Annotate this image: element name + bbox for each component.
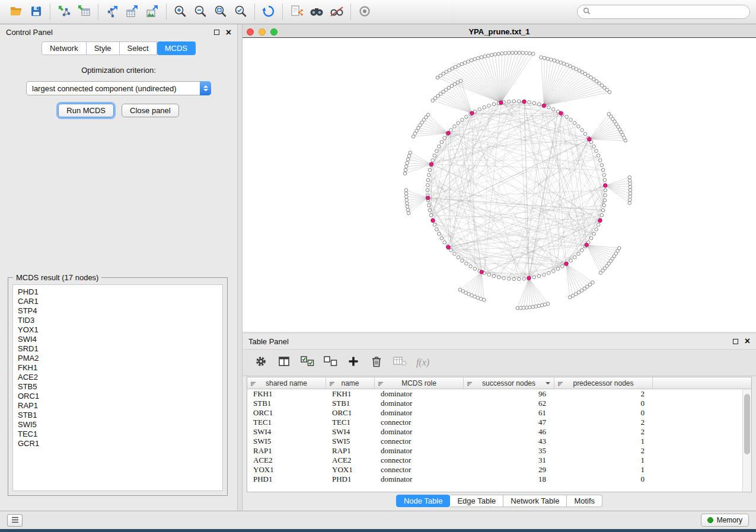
graph-node-dominator[interactable]	[542, 104, 546, 107]
save-button[interactable]	[26, 2, 46, 21]
graph-node[interactable]	[487, 104, 491, 108]
graph-node[interactable]	[577, 125, 580, 129]
graph-node[interactable]	[547, 271, 551, 275]
graph-edge[interactable]	[541, 57, 544, 106]
graph-node[interactable]	[552, 108, 556, 111]
graph-edge[interactable]	[529, 278, 548, 304]
graph-node[interactable]	[449, 249, 453, 252]
graph-edge[interactable]	[501, 53, 529, 102]
zoom-fit-button[interactable]	[210, 2, 231, 21]
graph-node-dominator[interactable]	[527, 276, 531, 280]
graph-edge[interactable]	[428, 180, 558, 269]
graph-edge[interactable]	[409, 198, 428, 213]
graph-node[interactable]	[607, 113, 611, 116]
graph-node[interactable]	[435, 149, 439, 153]
result-node-item[interactable]: CAR1	[18, 297, 222, 306]
graph-node[interactable]	[549, 58, 553, 62]
graph-node-dominator[interactable]	[480, 270, 483, 274]
graph-edge[interactable]	[429, 206, 588, 243]
import-table-button[interactable]	[74, 2, 94, 21]
graph-edge[interactable]	[544, 90, 607, 106]
graph-node[interactable]	[562, 62, 566, 66]
graph-edge[interactable]	[558, 185, 605, 269]
graph-edge[interactable]	[466, 272, 482, 293]
run-mcds-button[interactable]: Run MCDS	[58, 104, 114, 117]
tab-network-table[interactable]: Network Table	[503, 495, 567, 507]
close-panel-icon[interactable]: ×	[226, 28, 231, 37]
graph-node[interactable]	[629, 192, 632, 196]
graph-node[interactable]	[428, 209, 432, 212]
graph-node[interactable]	[543, 273, 546, 277]
graph-node[interactable]	[429, 213, 433, 217]
scrollbar-thumb[interactable]	[744, 394, 750, 454]
graph-node[interactable]	[516, 306, 519, 310]
graph-edge[interactable]	[436, 113, 561, 151]
network-window-titlebar[interactable]: YPA_prune.txt_1	[243, 26, 756, 37]
tab-network[interactable]: Network	[42, 41, 87, 55]
graph-edge[interactable]	[446, 72, 501, 102]
graph-node[interactable]	[552, 270, 556, 273]
graph-node[interactable]	[604, 188, 607, 192]
graph-node[interactable]	[553, 59, 556, 62]
graph-edge[interactable]	[468, 62, 501, 103]
graph-node-dominator[interactable]	[431, 219, 435, 222]
graph-edge[interactable]	[448, 246, 566, 264]
tab-node-table[interactable]: Node Table	[396, 495, 451, 507]
graph-node[interactable]	[443, 241, 446, 244]
graph-node[interactable]	[479, 297, 483, 301]
graph-node[interactable]	[531, 52, 535, 56]
result-node-item[interactable]: ORC1	[18, 392, 222, 401]
graph-node[interactable]	[600, 213, 604, 217]
delete-table-button[interactable]	[392, 354, 407, 371]
graph-node[interactable]	[435, 227, 439, 231]
graph-node[interactable]	[426, 188, 429, 192]
close-mcds-panel-button[interactable]: Close panel	[122, 104, 179, 117]
tab-select[interactable]: Select	[120, 41, 157, 55]
graph-edge[interactable]	[444, 92, 472, 113]
graph-node[interactable]	[540, 56, 543, 59]
result-node-item[interactable]: TID3	[18, 316, 222, 325]
graph-edge[interactable]	[501, 53, 519, 102]
graph-node[interactable]	[473, 267, 477, 271]
graph-node[interactable]	[628, 201, 631, 205]
graph-node[interactable]	[532, 101, 536, 105]
float-panel-icon[interactable]	[214, 30, 219, 35]
graph-node-dominator[interactable]	[446, 245, 450, 249]
graph-node[interactable]	[502, 277, 506, 280]
graph-edge[interactable]	[436, 229, 489, 274]
table-row[interactable]: SWI4SWI4dominator462	[247, 427, 751, 437]
graph-node[interactable]	[537, 274, 541, 278]
graph-node[interactable]	[546, 57, 550, 60]
graph-node[interactable]	[412, 135, 415, 139]
graph-edge[interactable]	[466, 117, 539, 276]
graph-node[interactable]	[406, 201, 409, 205]
graph-node[interactable]	[403, 172, 407, 175]
result-node-item[interactable]: STB5	[18, 382, 222, 392]
graph-node[interactable]	[436, 76, 439, 79]
network-canvas[interactable]	[243, 37, 756, 332]
graph-node[interactable]	[580, 129, 584, 132]
network-graph[interactable]	[243, 38, 756, 332]
graph-edge[interactable]	[475, 111, 539, 276]
share-document-button[interactable]	[286, 2, 307, 21]
graph-node[interactable]	[465, 262, 468, 265]
graph-edge[interactable]	[524, 278, 529, 308]
graph-edge[interactable]	[441, 94, 472, 113]
graph-node[interactable]	[531, 305, 535, 309]
graph-node[interactable]	[565, 115, 569, 118]
graph-node[interactable]	[426, 178, 430, 182]
result-node-item[interactable]: SWI4	[18, 335, 222, 344]
graph-edge[interactable]	[586, 245, 602, 270]
graph-node[interactable]	[483, 105, 486, 109]
graph-edge[interactable]	[429, 175, 529, 278]
graph-edge[interactable]	[544, 105, 604, 205]
graph-node[interactable]	[405, 198, 409, 202]
delete-column-button[interactable]	[369, 354, 384, 371]
graph-node[interactable]	[473, 57, 477, 61]
graph-node[interactable]	[629, 182, 632, 185]
graph-node[interactable]	[629, 195, 632, 198]
graph-node[interactable]	[440, 236, 444, 240]
graph-edge[interactable]	[455, 67, 501, 102]
graph-edge[interactable]	[566, 264, 582, 290]
graph-node[interactable]	[465, 115, 468, 118]
